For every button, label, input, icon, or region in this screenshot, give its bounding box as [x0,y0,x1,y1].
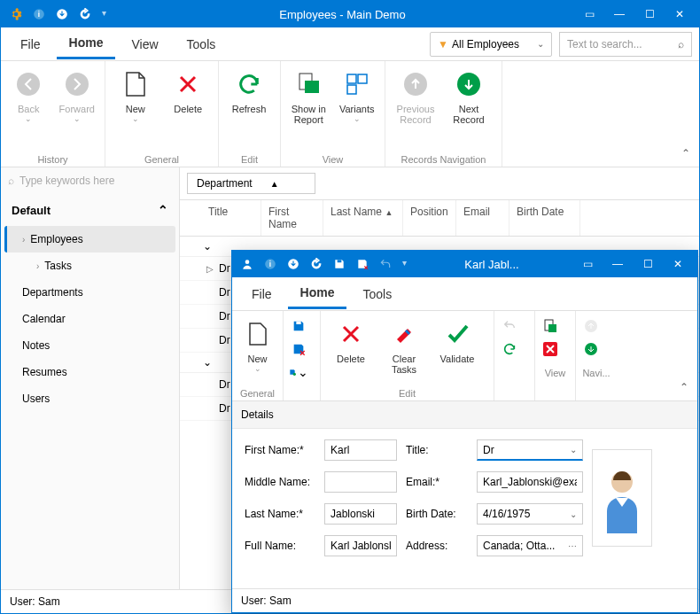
sidebar-item-resumes[interactable]: Resumes [4,359,175,385]
info-icon[interactable]: i [264,258,276,270]
middle-name-field[interactable] [324,471,397,493]
ribbon-collapse-icon[interactable]: ⌃ [680,381,688,393]
close-icon[interactable]: ✕ [665,258,690,270]
col-birth[interactable]: Birth Date [509,200,580,236]
menu-file[interactable]: File [8,30,53,58]
photo-box[interactable] [592,449,652,547]
sidebar-item-employees[interactable]: ›Employees [4,226,175,253]
delete-button[interactable]: Delete [326,318,376,364]
sidebar-search-placeholder: Type keywords here [19,175,114,187]
validate-button[interactable]: Validate [432,318,482,364]
last-name-field[interactable] [324,503,397,525]
ribbon-label-view: View [281,151,385,167]
sidebar-item-tasks[interactable]: ›Tasks [4,253,175,279]
next-record-button[interactable]: Next Record [444,68,494,125]
gear-icon[interactable] [10,8,22,20]
sidebar-item-departments[interactable]: Departments [4,279,175,306]
new-button[interactable]: New⌄ [111,68,160,123]
full-name-field[interactable] [324,535,397,556]
ribbon-label-edit: Edit [321,385,494,400]
compact-icon[interactable]: ▭ [575,258,600,270]
detail-form: First Name:* Title: Dr⌄ Middle Name: Ema… [232,429,697,567]
forward-button[interactable]: Forward⌄ [55,68,100,123]
detail-window: i ▾ Karl Jabl... ▭ — ☐ ✕ File Home Tools… [231,250,698,613]
back-button[interactable]: Back⌄ [6,68,51,123]
undo-icon[interactable] [379,258,392,270]
col-email[interactable]: Email [456,200,509,236]
sidebar-item-calendar[interactable]: Calendar [4,306,175,332]
sidebar: ⌕ Type keywords here Default ⌃ ›Employee… [1,167,180,589]
next-record-button[interactable] [581,339,601,359]
save-icon[interactable] [333,258,346,270]
filter-combo[interactable]: ▼ All Employees ⌄ [430,32,552,57]
birth-date-field[interactable]: 4/16/1975⌄ [477,503,583,525]
show-report-button[interactable]: Show in Report [286,68,331,125]
sidebar-item-users[interactable]: Users [4,385,175,412]
prev-record-button[interactable]: Previous Record [391,68,440,125]
download-icon[interactable] [287,258,299,270]
main-ribbon: Back⌄ Forward⌄ History New⌄ Delete [1,61,699,167]
refresh-button[interactable] [500,339,519,359]
person-icon[interactable] [241,258,253,270]
ribbon-collapse-icon[interactable]: ⌃ [681,147,690,159]
qat-customize-icon[interactable]: ▾ [102,8,106,20]
maximize-icon[interactable]: ☐ [635,258,660,270]
refresh-icon[interactable] [79,8,91,20]
new-button[interactable]: New⌄ [237,318,277,373]
download-icon[interactable] [56,8,68,20]
menu-home[interactable]: Home [288,278,347,309]
save-close-icon[interactable] [356,258,369,270]
save-close-button[interactable] [289,339,308,359]
prev-record-button[interactable] [581,316,601,336]
clear-tasks-button[interactable]: Clear Tasks [379,318,429,375]
ribbon-label-edit: Edit [219,151,280,167]
svg-text:i: i [38,11,40,19]
delete-button[interactable]: Delete [164,68,214,114]
first-name-field[interactable] [324,439,397,461]
chevron-up-icon: ⌃ [158,203,168,217]
close-record-button[interactable] [541,339,560,359]
minimize-icon[interactable]: — [607,8,632,20]
undo-button[interactable] [500,316,519,336]
save-button[interactable] [289,316,308,336]
menu-file[interactable]: File [239,280,284,308]
group-chip[interactable]: Department ▲ [187,173,315,194]
close-icon[interactable]: ✕ [667,8,692,20]
email-field[interactable] [477,471,583,493]
sidebar-item-notes[interactable]: Notes [4,332,175,359]
detail-ribbon: New⌄ General ⌄ Delete Clear Tasks [232,311,697,401]
menu-home[interactable]: Home [57,28,116,59]
ribbon-label-general: General [105,151,218,167]
svg-rect-16 [338,260,342,262]
birth-label: Birth Date: [406,508,468,520]
search-input[interactable]: Text to search... ⌕ [559,32,692,57]
variants-button[interactable]: Variants⌄ [335,68,380,123]
compact-icon[interactable]: ▭ [577,8,602,20]
qat-customize-icon[interactable]: ▾ [402,258,407,270]
col-position[interactable]: Position [403,200,456,236]
menu-tools[interactable]: Tools [175,30,229,58]
refresh-icon[interactable] [310,258,323,270]
ribbon-label-view: View [535,364,575,380]
minimize-icon[interactable]: — [605,258,630,270]
col-title[interactable]: Title [201,200,261,236]
address-field[interactable]: Canada; Otta...⋯ [477,535,583,556]
menu-view[interactable]: View [119,30,170,58]
col-last[interactable]: Last Name ▲ [323,200,403,236]
col-first[interactable]: First Name [261,200,323,236]
info-icon[interactable]: i [33,8,45,20]
svg-rect-9 [347,85,356,94]
title-select[interactable]: Dr⌄ [477,439,583,461]
detail-statusbar: User: Sam [232,588,697,612]
ribbon-label-nav: Records Navigation [385,151,502,167]
menu-tools[interactable]: Tools [350,280,404,308]
chevron-down-icon: ⌄ [203,356,212,369]
report-button[interactable] [541,316,560,336]
sidebar-search[interactable]: ⌕ Type keywords here [1,167,179,194]
sidebar-header[interactable]: Default ⌃ [1,194,179,226]
refresh-button[interactable]: Refresh [224,68,274,114]
maximize-icon[interactable]: ☐ [637,8,662,20]
sort-icon: ▲ [270,179,279,189]
search-icon: ⌕ [8,175,14,187]
save-new-button[interactable]: ⌄ [289,362,308,382]
